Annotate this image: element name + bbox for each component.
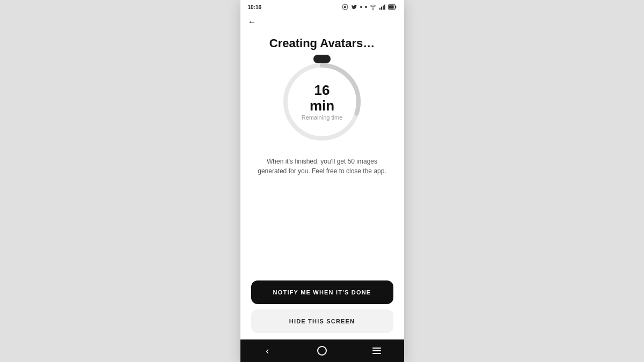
nav-menu-icon <box>372 348 381 354</box>
dot-icon-2 <box>365 6 367 8</box>
whatsapp-icon <box>342 4 348 10</box>
phone-frame: 10:16 <box>240 0 404 362</box>
hide-screen-button[interactable]: HIDE THIS SCREEN <box>251 309 393 333</box>
svg-point-3 <box>372 9 374 10</box>
buttons-area: NOTIFY ME WHEN IT'S DONE HIDE THIS SCREE… <box>251 280 393 339</box>
dot-icon-1 <box>360 6 362 8</box>
svg-rect-6 <box>383 6 384 10</box>
battery-icon <box>388 4 397 10</box>
menu-line-2 <box>372 350 381 351</box>
bottom-nav: ‹ <box>240 339 404 362</box>
svg-rect-5 <box>381 7 382 10</box>
twitter-icon <box>351 4 357 10</box>
nav-home-icon <box>317 346 327 356</box>
timer-value: 16 min <box>301 83 343 113</box>
status-time: 10:16 <box>248 4 262 10</box>
page-title: Creating Avatars… <box>269 36 375 50</box>
svg-rect-9 <box>389 5 394 8</box>
timer-label: Remaining time <box>301 115 343 121</box>
nav-menu-button[interactable] <box>367 341 386 360</box>
menu-line-3 <box>372 353 381 354</box>
wifi-icon <box>370 4 376 10</box>
notify-button[interactable]: NOTIFY ME WHEN IT'S DONE <box>251 280 393 304</box>
menu-line-1 <box>372 348 381 349</box>
svg-point-2 <box>365 6 367 8</box>
nav-back-button[interactable]: ‹ <box>258 341 277 360</box>
signal-icon <box>379 4 385 10</box>
timer-pill <box>313 55 331 63</box>
svg-rect-7 <box>384 5 385 10</box>
svg-rect-10 <box>396 6 396 8</box>
svg-point-1 <box>360 6 362 8</box>
main-content: Creating Avatars… 16 min Remaining time … <box>240 29 404 339</box>
back-button[interactable]: ← <box>248 17 257 26</box>
svg-rect-4 <box>379 8 380 10</box>
nav-home-button[interactable] <box>312 341 332 360</box>
nav-back-arrow-icon: ‹ <box>266 345 269 357</box>
timer-container: 16 min Remaining time <box>279 59 365 145</box>
back-row: ← <box>240 13 404 29</box>
status-icons <box>342 4 397 10</box>
timer-inner: 16 min Remaining time <box>301 83 343 121</box>
status-bar: 10:16 <box>240 0 404 13</box>
description-text: When it's finished, you'll get 50 images… <box>258 157 386 176</box>
